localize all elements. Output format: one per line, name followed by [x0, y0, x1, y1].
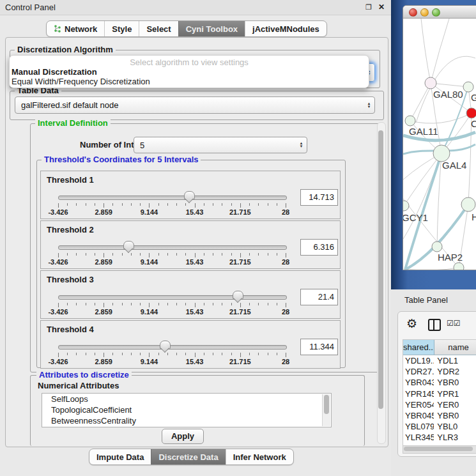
- network-node-ga[interactable]: [463, 82, 473, 92]
- table-row[interactable]: YDL19...YDL1: [403, 355, 476, 366]
- zoom-window-icon[interactable]: [432, 8, 440, 17]
- scrollbar-thumb[interactable]: [404, 447, 473, 451]
- num-intervals-combo[interactable]: 5 ▲▼: [134, 137, 307, 153]
- slider-track[interactable]: [58, 295, 287, 300]
- tab-cyni-toolbox[interactable]: Cyni Toolbox: [178, 21, 245, 36]
- network-window-titlebar[interactable]: [403, 6, 476, 19]
- panel-scrollbar[interactable]: [377, 122, 386, 444]
- attributes-scrollbar[interactable]: [322, 394, 330, 426]
- network-node-hap2[interactable]: [432, 242, 442, 252]
- slider-track[interactable]: [58, 245, 287, 250]
- threshold-panel-3: Threshold 3-3.4262.8599.14415.4321.71528…: [40, 270, 341, 319]
- tick-label: 28: [282, 358, 289, 365]
- columns-icon[interactable]: [428, 319, 441, 331]
- threshold-value-field[interactable]: 21.4: [300, 289, 338, 305]
- network-edge[interactable]: [421, 19, 431, 83]
- table-row[interactable]: YER054CYER0: [403, 399, 476, 410]
- table-row[interactable]: YPR145WYPR1: [403, 388, 476, 399]
- table-row[interactable]: YBR043CYBR0: [403, 377, 476, 388]
- attribute-item[interactable]: BetweennessCentrality: [42, 415, 331, 426]
- network-edge[interactable]: [405, 153, 441, 270]
- slider-track[interactable]: [58, 345, 287, 349]
- scrollbar-thumb[interactable]: [378, 130, 383, 409]
- gear-icon[interactable]: ⚙: [406, 316, 417, 331]
- cell-name[interactable]: YLR3: [434, 432, 476, 443]
- close-window-icon[interactable]: [409, 8, 417, 17]
- scrollbar-thumb[interactable]: [324, 395, 329, 414]
- cell-shared-name[interactable]: YBL079W: [403, 421, 434, 432]
- network-node-gcy1[interactable]: [403, 201, 409, 211]
- cell-name[interactable]: YDL1: [434, 355, 476, 366]
- minimize-window-icon[interactable]: [420, 8, 429, 17]
- network-edge[interactable]: [404, 153, 441, 206]
- attribute-item[interactable]: TopologicalCoefficient: [42, 404, 331, 415]
- minor-tick: [140, 203, 141, 206]
- cell-shared-name[interactable]: YDR27...: [403, 366, 434, 377]
- tab-discretize-data[interactable]: Discretize Data: [151, 449, 225, 464]
- network-node-gal80[interactable]: [425, 77, 436, 89]
- threshold-slider[interactable]: -3.4262.8599.14415.4321.71528: [58, 340, 286, 365]
- attribute-item[interactable]: SelfLoops: [42, 394, 331, 404]
- threshold-slider[interactable]: -3.4262.8599.14415.4321.71528: [58, 240, 286, 266]
- close-panel-icon[interactable]: ✕: [377, 3, 386, 12]
- network-edge[interactable]: [410, 83, 431, 121]
- threshold-value-field[interactable]: 11.344: [300, 339, 338, 355]
- network-edge[interactable]: [410, 113, 472, 123]
- table-row[interactable]: YLR345WYLR3: [403, 432, 476, 443]
- slider-thumb[interactable]: [184, 191, 195, 200]
- cell-name[interactable]: YER0: [434, 399, 476, 410]
- cell-name[interactable]: YBL0: [434, 421, 476, 432]
- cell-shared-name[interactable]: YBR043C: [403, 377, 434, 388]
- cell-shared-name[interactable]: YER054C: [403, 399, 434, 410]
- table-header-row: shared... name: [403, 340, 476, 355]
- slider-track[interactable]: [58, 196, 287, 200]
- slider-thumb[interactable]: [160, 341, 171, 349]
- cell-name[interactable]: YDR2: [434, 366, 476, 377]
- slider-thumb[interactable]: [123, 241, 134, 250]
- algorithm-option-manual[interactable]: Manual Discretization: [12, 67, 97, 77]
- network-canvas[interactable]: GAL80GACGAL11GAL4GCY1HHAP2: [403, 19, 476, 270]
- network-node-gal11[interactable]: [405, 116, 415, 126]
- combo-stepper-icon[interactable]: ▲▼: [296, 137, 307, 153]
- algorithm-option-equal-width[interactable]: Equal Width/Frequency Discretization: [12, 77, 150, 86]
- cell-shared-name[interactable]: YBR045C: [403, 410, 434, 421]
- cell-shared-name[interactable]: YLR345W: [403, 432, 434, 443]
- cell-name[interactable]: YBR0: [434, 377, 476, 388]
- tick-label: 15.43: [186, 258, 204, 266]
- tab-network[interactable]: Network: [47, 21, 104, 36]
- numerical-attributes-list[interactable]: SelfLoopsTopologicalCoefficientBetweenne…: [42, 393, 332, 427]
- table-row[interactable]: YBR045CYBR0: [403, 410, 476, 421]
- tab-select[interactable]: Select: [139, 21, 178, 36]
- combo-stepper-icon[interactable]: ▲▼: [364, 97, 374, 113]
- threshold-value-field[interactable]: 6.316: [300, 239, 338, 256]
- network-node-h[interactable]: [461, 197, 475, 211]
- table-row[interactable]: YDR27...YDR2: [403, 366, 476, 377]
- network-edge[interactable]: [431, 19, 449, 83]
- tab-infer-network[interactable]: Infer Network: [226, 449, 293, 464]
- tab-style[interactable]: Style: [104, 21, 139, 36]
- cell-name[interactable]: YPR1: [434, 388, 476, 399]
- threshold-slider[interactable]: -3.4262.8599.14415.4321.71528: [58, 290, 286, 316]
- float-window-icon[interactable]: ❐: [364, 3, 373, 12]
- slider-thumb[interactable]: [233, 291, 243, 300]
- table-data-combo[interactable]: galFiltered.sif default node ▲▼: [15, 96, 375, 114]
- cell-name[interactable]: YBR0: [434, 410, 476, 421]
- table-horizontal-scrollbar[interactable]: [403, 445, 476, 454]
- minor-tick: [95, 253, 95, 256]
- minor-tick: [158, 253, 159, 256]
- network-node[interactable]: [454, 263, 464, 270]
- threshold-slider[interactable]: -3.4262.8599.14415.4321.71528: [58, 190, 286, 216]
- network-node-c[interactable]: [466, 108, 476, 118]
- column-header-shared-name[interactable]: shared...: [403, 340, 434, 355]
- tab-impute-data[interactable]: Impute Data: [89, 449, 151, 464]
- select-columns-checkboxes-icon[interactable]: ☑☑: [447, 319, 461, 328]
- cell-shared-name[interactable]: YPR145W: [403, 388, 434, 399]
- apply-button[interactable]: Apply: [162, 429, 204, 444]
- network-edge[interactable]: [410, 268, 459, 270]
- threshold-value-field[interactable]: 14.713: [300, 189, 338, 206]
- tab-jactivemnodules[interactable]: jActiveMNodules: [245, 21, 326, 36]
- cell-shared-name[interactable]: YDL19...: [403, 355, 434, 366]
- network-edge[interactable]: [403, 153, 441, 239]
- column-header-name[interactable]: name: [434, 340, 476, 355]
- table-row[interactable]: YBL079WYBL0: [403, 421, 476, 432]
